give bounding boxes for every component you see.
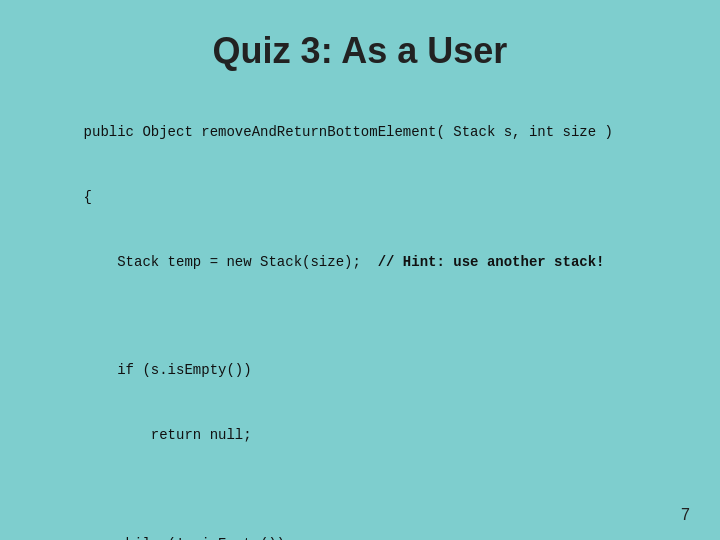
code-block: public Object removeAndReturnBottomEleme… [50,100,670,540]
code-line-2: { [84,189,92,205]
code-line-1: public Object removeAndReturnBottomEleme… [84,124,613,140]
code-line-6: return null; [84,427,252,443]
slide-number: 7 [681,506,690,524]
code-line-3: Stack temp = new Stack(size); [84,254,361,270]
code-line-5: if (s.isEmpty()) [84,362,252,378]
code-line-3-comment: // Hint: use another stack! [361,254,605,270]
slide: Quiz 3: As a User public Object removeAn… [0,0,720,540]
slide-title: Quiz 3: As a User [50,30,670,72]
code-line-8: while (!s.isEmpty()) [84,536,286,540]
